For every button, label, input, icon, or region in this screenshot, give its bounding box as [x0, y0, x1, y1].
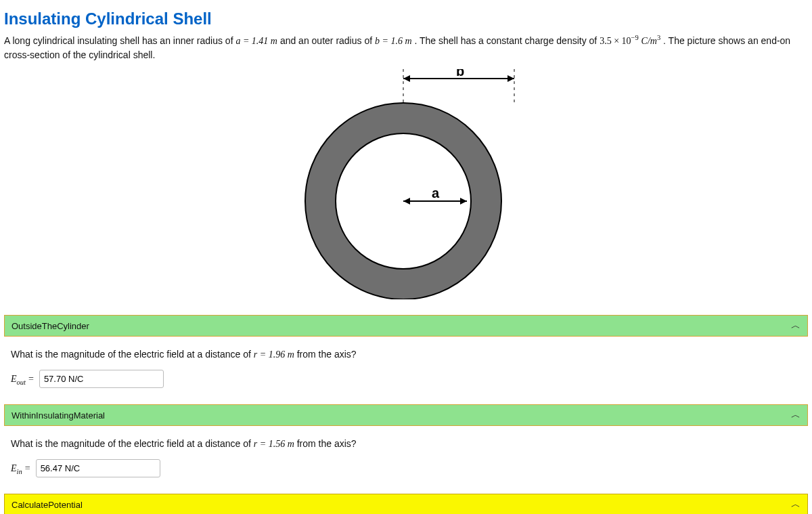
- section-body-within: What is the magnitude of the electric fi…: [4, 426, 808, 484]
- section-title: CalculatePotential: [12, 500, 83, 510]
- answer-input-outside[interactable]: [39, 370, 164, 388]
- sym-sub: out: [17, 378, 26, 385]
- sym: E: [11, 374, 17, 384]
- stmt-b: b = 1.6 m: [375, 36, 412, 46]
- sym-sub: in: [17, 467, 22, 475]
- equals-sign: =: [25, 463, 30, 474]
- answer-input-within[interactable]: [36, 459, 160, 477]
- stmt-t3: . The shell has a constant charge densit…: [414, 35, 600, 46]
- question-within: What is the magnitude of the electric fi…: [11, 438, 801, 450]
- section-title: OutsideTheCylinder: [12, 321, 89, 331]
- section-header-potential[interactable]: CalculatePotential ︿: [4, 494, 808, 514]
- stmt-rho-exp: −9: [631, 34, 639, 41]
- answer-row-outside: Eout =: [11, 370, 801, 388]
- section-body-outside: What is the magnitude of the electric fi…: [4, 337, 808, 395]
- answer-symbol: Ein: [11, 463, 22, 474]
- question-outside: What is the magnitude of the electric fi…: [11, 349, 801, 360]
- stmt-a: a = 1.41 m: [235, 36, 277, 46]
- sym: E: [11, 463, 17, 473]
- stmt-t1: A long cylindrical insulating shell has …: [4, 35, 235, 46]
- chevron-up-icon: ︿: [791, 498, 800, 511]
- stmt-rho-val: 3.5 × 10: [600, 36, 631, 46]
- svg-marker-3: [403, 75, 410, 82]
- answer-row-within: Ein =: [11, 459, 801, 477]
- q-post: from the axis?: [294, 349, 357, 360]
- page-title: Insulating Cylindrical Shell: [4, 9, 808, 28]
- chevron-up-icon: ︿: [791, 409, 800, 421]
- section-header-outside[interactable]: OutsideTheCylinder ︿: [4, 315, 808, 337]
- q-r: r = 1.96 m: [254, 349, 294, 360]
- figure: b a: [4, 69, 808, 301]
- svg-marker-4: [508, 75, 514, 82]
- q-post: from the axis?: [294, 438, 357, 449]
- section-header-within[interactable]: WithinInsulatingMaterial ︿: [4, 404, 808, 426]
- section-title: WithinInsulatingMaterial: [12, 410, 105, 421]
- label-b: b: [456, 69, 464, 79]
- q-pre: What is the magnitude of the electric fi…: [11, 438, 254, 449]
- q-r: r = 1.56 m: [254, 439, 294, 449]
- ring-diagram: b a: [284, 69, 528, 299]
- problem-statement: A long cylindrical insulating shell has …: [4, 34, 808, 62]
- answer-symbol: Eout: [11, 374, 26, 385]
- label-a: a: [432, 186, 440, 200]
- stmt-rho-unit-exp: 3: [657, 34, 660, 41]
- equals-sign: =: [28, 374, 34, 385]
- stmt-rho-unit-pre: C/m: [641, 36, 657, 46]
- q-pre: What is the magnitude of the electric fi…: [11, 349, 254, 360]
- stmt-t2: and an outer radius of: [280, 35, 375, 46]
- chevron-up-icon: ︿: [791, 320, 800, 332]
